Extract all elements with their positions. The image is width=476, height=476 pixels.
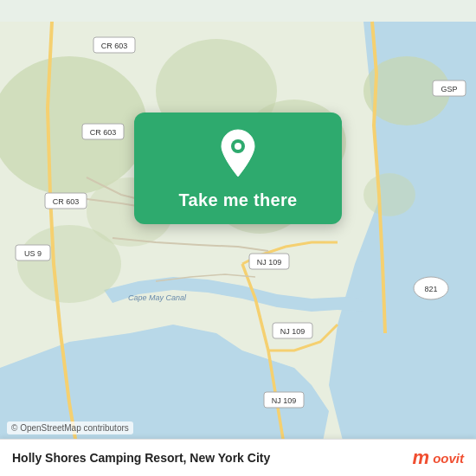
moovit-m-icon: m bbox=[413, 448, 430, 467]
svg-text:NJ 109: NJ 109 bbox=[272, 396, 297, 405]
svg-point-8 bbox=[17, 225, 121, 303]
bottom-bar: Holly Shores Camping Resort, New York Ci… bbox=[0, 439, 476, 476]
moovit-logo[interactable]: m oovit bbox=[413, 448, 464, 467]
location-pin-icon bbox=[217, 128, 259, 178]
svg-text:821: 821 bbox=[424, 285, 437, 293]
pin-icon-container bbox=[217, 128, 259, 182]
svg-text:CR 603: CR 603 bbox=[101, 42, 128, 50]
take-me-there-button[interactable]: Take me there bbox=[179, 190, 298, 210]
svg-point-33 bbox=[235, 143, 241, 150]
svg-text:CR 603: CR 603 bbox=[90, 128, 117, 137]
map-background: CR 603 CR 603 CR 603 US 9 NJ 109 NJ 109 … bbox=[0, 0, 476, 476]
svg-point-12 bbox=[363, 173, 415, 216]
svg-text:CR 603: CR 603 bbox=[53, 197, 80, 206]
svg-text:NJ 109: NJ 109 bbox=[280, 327, 306, 336]
svg-text:US 9: US 9 bbox=[24, 249, 42, 258]
location-name: Holly Shores Camping Resort, New York Ci… bbox=[12, 451, 270, 465]
attribution-text: © OpenStreetMap contributors bbox=[7, 421, 133, 434]
location-info: Holly Shores Camping Resort, New York Ci… bbox=[12, 451, 270, 465]
moovit-text: oovit bbox=[433, 452, 464, 465]
svg-text:GSP: GSP bbox=[441, 85, 457, 93]
svg-text:Cape May Canal: Cape May Canal bbox=[128, 293, 187, 302]
map-container: CR 603 CR 603 CR 603 US 9 NJ 109 NJ 109 … bbox=[0, 0, 476, 476]
svg-text:NJ 109: NJ 109 bbox=[257, 258, 282, 267]
location-card[interactable]: Take me there bbox=[134, 113, 342, 224]
